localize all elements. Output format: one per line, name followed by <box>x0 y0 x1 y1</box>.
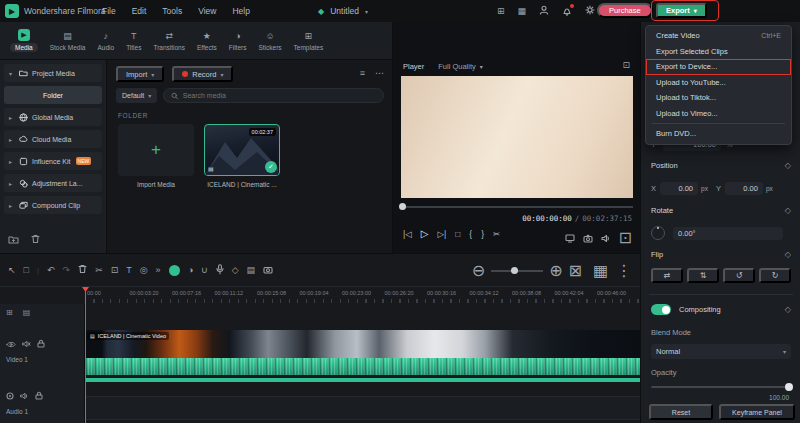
import-media-tile[interactable]: + <box>118 124 194 176</box>
blend-mode-dropdown[interactable]: Normal ▾ <box>651 344 791 359</box>
delete-icon[interactable] <box>78 264 87 276</box>
timeline-video-clip[interactable]: ▤ ICELAND | Cinematic Video <box>85 330 640 358</box>
mask-icon[interactable]: ◑ <box>188 265 193 275</box>
tab-effects[interactable]: ★Effects <box>191 22 223 60</box>
add-track-icon[interactable]: ⊞ <box>6 308 13 317</box>
render-preview-icon[interactable]: ▤ <box>247 265 256 275</box>
zoom-in-icon[interactable]: ⊕ <box>549 261 562 280</box>
keyframe-panel-button[interactable]: Keyframe Panel <box>719 404 795 420</box>
position-x-input[interactable]: 0.00 <box>660 182 698 195</box>
record-button[interactable]: Record ▾ <box>172 66 233 82</box>
workspace-icon[interactable]: ▦ <box>518 6 527 16</box>
layout-icon[interactable]: ⊞ <box>497 6 505 16</box>
snapshot-icon[interactable] <box>583 229 593 247</box>
undo-icon[interactable]: ↶ <box>47 265 55 275</box>
new-folder-icon[interactable] <box>8 230 19 248</box>
next-frame-button[interactable]: ▷| <box>437 229 446 239</box>
track-manager-icon[interactable]: ▦ <box>593 261 608 280</box>
opacity-slider-handle[interactable] <box>785 383 793 391</box>
rotate-knob[interactable] <box>651 226 665 240</box>
timeline-audio-waveform[interactable] <box>85 358 640 375</box>
split-icon[interactable]: ✂ <box>95 265 103 275</box>
sidebar-item-compound-clip[interactable]: ▸ Compound Clip <box>4 196 102 214</box>
sort-dropdown[interactable]: Default ▾ <box>116 88 157 103</box>
timeline-ruler[interactable]: 00:00 00:00:03:20 00:00:07:16 00:00:11:1… <box>0 287 640 304</box>
volume-icon[interactable] <box>601 229 611 247</box>
clip-thumbnail-tile[interactable]: 00:02:37 ▤ ✓ <box>204 124 280 176</box>
export-button[interactable]: Export ▾ <box>656 3 707 18</box>
video-preview[interactable] <box>401 76 633 198</box>
menu-edit[interactable]: Edit <box>132 6 147 16</box>
flip-keyframe-icon[interactable]: ◇ <box>785 250 791 259</box>
previous-frame-button[interactable]: |◁ <box>403 229 412 239</box>
opacity-slider[interactable] <box>651 386 791 388</box>
menu-item-create-video[interactable]: Create Video Ctrl+E <box>646 28 791 44</box>
fit-timeline-icon[interactable]: ⊠ <box>569 261 582 280</box>
select-tool-icon[interactable]: ↖ <box>8 265 16 275</box>
timeline-audio-subwave[interactable] <box>85 378 640 382</box>
audio-record-icon[interactable] <box>6 386 14 404</box>
marquee-tool-icon[interactable]: □ <box>24 265 29 275</box>
crop-icon[interactable]: ⊡ <box>111 265 119 275</box>
audio-track-lane[interactable] <box>85 396 640 420</box>
zoom-slider[interactable] <box>491 270 543 272</box>
stop-button[interactable]: □ <box>455 229 460 239</box>
more-options-icon[interactable]: ⋯ <box>375 68 384 78</box>
play-button[interactable]: ▷ <box>421 228 429 239</box>
tab-audio[interactable]: ♪Audio <box>92 22 121 60</box>
menu-item-upload-youtube[interactable]: Upload to YouTube... <box>646 75 791 91</box>
flip-vertical-button[interactable]: ⇅ <box>687 268 719 283</box>
split-button[interactable]: ✂ <box>493 229 500 239</box>
delete-icon[interactable] <box>31 230 40 248</box>
rotate-keyframe-icon[interactable]: ◇ <box>785 206 791 215</box>
sidebar-item-project-media[interactable]: ▾ Project Media <box>4 64 102 82</box>
track-mute-icon[interactable] <box>22 334 31 352</box>
search-input[interactable] <box>183 92 376 99</box>
menu-item-upload-vimeo[interactable]: Upload to Vimeo... <box>646 106 791 122</box>
tab-transitions[interactable]: ⇄Transitions <box>147 22 191 60</box>
position-keyframe-icon[interactable]: ◇ <box>785 161 791 170</box>
snapshot-icon[interactable] <box>263 265 273 276</box>
fullscreen-icon[interactable]: ⊡ <box>619 228 632 247</box>
sidebar-item-cloud-media[interactable]: ▸ Cloud Media <box>4 130 102 148</box>
tab-stickers[interactable]: ☺Stickers <box>252 22 287 60</box>
display-device-icon[interactable] <box>565 229 575 247</box>
menu-item-export-to-device[interactable]: Export to Device... <box>646 59 791 75</box>
timeline-more-icon[interactable]: ⋮ <box>616 261 632 280</box>
zoom-out-icon[interactable]: ⊖ <box>472 261 485 280</box>
redo-icon[interactable]: ↷ <box>63 265 71 275</box>
playhead[interactable] <box>85 287 86 423</box>
audio-mute-icon[interactable] <box>20 386 29 404</box>
track-options-icon[interactable]: ▤ <box>23 308 31 317</box>
sidebar-item-folder[interactable]: Folder <box>4 86 102 104</box>
tab-titles[interactable]: TTitles <box>120 22 147 60</box>
seek-bar[interactable] <box>401 206 633 208</box>
more-tools-icon[interactable]: » <box>156 265 161 275</box>
rotate-cw-button[interactable]: ↻ <box>759 268 791 283</box>
tab-stock-media[interactable]: ▤Stock Media <box>44 22 92 60</box>
quality-dropdown[interactable]: Full Quality ▾ <box>438 62 483 71</box>
purchase-button[interactable]: Purchase <box>597 3 653 18</box>
reset-button[interactable]: Reset <box>649 404 713 420</box>
sidebar-item-influence-kit[interactable]: ▸ Influence Kit NEW <box>4 152 102 170</box>
ai-portrait-icon[interactable] <box>169 265 180 276</box>
track-lock-icon[interactable] <box>37 334 45 352</box>
compositing-keyframe-icon[interactable]: ◇ <box>785 305 791 314</box>
sort-icon[interactable]: ≡ <box>360 68 365 78</box>
menu-help[interactable]: Help <box>232 6 249 16</box>
mask-shape-icon[interactable]: ∪ <box>201 265 208 275</box>
voiceover-mic-icon[interactable] <box>216 264 224 277</box>
search-box[interactable] <box>163 88 384 103</box>
tab-templates[interactable]: ⊞Templates <box>288 22 330 60</box>
rotate-ccw-button[interactable]: ↺ <box>723 268 755 283</box>
track-visibility-icon[interactable] <box>6 334 16 352</box>
zoom-tool-icon[interactable]: ◎ <box>140 265 148 275</box>
compositing-toggle[interactable] <box>651 304 671 315</box>
account-icon[interactable] <box>539 5 549 17</box>
sidebar-item-adjustment-layer[interactable]: ▸ Adjustment La... <box>4 174 102 192</box>
mark-out-button[interactable]: } <box>481 229 484 239</box>
text-tool-icon[interactable]: T <box>126 265 132 275</box>
sidebar-item-global-media[interactable]: ▸ Global Media <box>4 108 102 126</box>
rotate-input[interactable]: 0.00° <box>673 227 783 240</box>
audio-lock-icon[interactable] <box>35 386 43 404</box>
